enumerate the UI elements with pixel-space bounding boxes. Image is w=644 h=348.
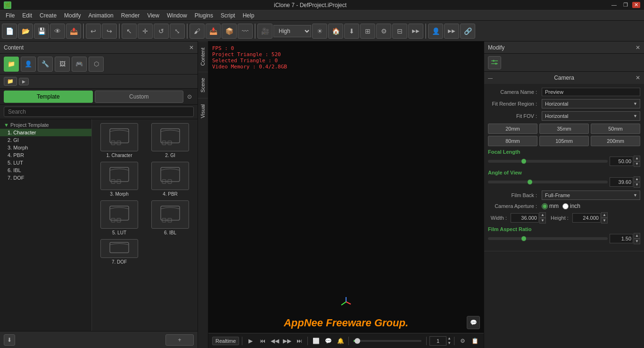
content-icon-shape[interactable]: ⬡ bbox=[89, 57, 104, 72]
menu-render[interactable]: Render bbox=[117, 11, 143, 20]
viewport[interactable]: FPS : 0 Project Triangle : 520 Selected … bbox=[208, 41, 484, 348]
menu-window[interactable]: Window bbox=[163, 11, 191, 20]
focal-down[interactable]: ▼ bbox=[634, 161, 640, 167]
more2-button[interactable]: ▶▶ bbox=[444, 24, 459, 39]
rotate-button[interactable]: ↺ bbox=[154, 24, 169, 39]
height-input[interactable] bbox=[572, 213, 601, 223]
aperture-mm-option[interactable]: mm bbox=[542, 203, 559, 209]
menu-file[interactable]: File bbox=[2, 11, 18, 20]
search-input[interactable] bbox=[4, 107, 194, 117]
realtime-button[interactable]: Realtime bbox=[212, 337, 239, 345]
grid-item-character[interactable]: 1. Character bbox=[96, 123, 143, 158]
camera-name-input[interactable] bbox=[542, 88, 640, 96]
paint-button[interactable]: 🖌 bbox=[190, 24, 205, 39]
menu-plugins[interactable]: Plugins bbox=[191, 11, 217, 20]
fl-80mm[interactable]: 80mm bbox=[488, 136, 537, 146]
close-button[interactable]: ✕ bbox=[632, 2, 640, 8]
layout-button[interactable]: ⊟ bbox=[392, 24, 407, 39]
grid-item-lut[interactable]: 5. LUT bbox=[96, 200, 143, 235]
menu-animation[interactable]: Animation bbox=[84, 11, 117, 20]
menu-edit[interactable]: Edit bbox=[18, 11, 36, 20]
camera-view-button[interactable]: 🎥 bbox=[257, 24, 272, 39]
aov-slider[interactable] bbox=[488, 181, 608, 183]
content-icon-folder[interactable]: 📁 bbox=[4, 57, 19, 72]
nav-forward-button[interactable]: ▶ bbox=[19, 78, 29, 85]
prev-frame-button[interactable]: ◀◀ bbox=[270, 336, 280, 346]
grid-item-gi[interactable]: 2. GI bbox=[147, 123, 194, 158]
focal-length-thumb[interactable] bbox=[521, 158, 527, 164]
width-up[interactable]: ▲ bbox=[539, 212, 546, 218]
menu-script[interactable]: Script bbox=[217, 11, 239, 20]
content-icon-particle[interactable]: 🎮 bbox=[72, 57, 87, 72]
film-aspect-thumb[interactable] bbox=[521, 236, 527, 241]
focal-length-slider[interactable] bbox=[488, 160, 608, 163]
send-button[interactable]: 📦 bbox=[222, 24, 237, 39]
camera-section-header[interactable]: — Camera ✕ bbox=[484, 72, 644, 84]
aov-thumb[interactable] bbox=[527, 179, 533, 185]
comment-button[interactable]: 💬 bbox=[467, 316, 480, 329]
frame-down[interactable]: ▼ bbox=[447, 341, 451, 346]
collect-button[interactable]: 📥 bbox=[206, 24, 221, 39]
aov-value[interactable] bbox=[610, 177, 633, 187]
minimize-button[interactable]: — bbox=[609, 2, 619, 8]
tabs-options-button[interactable]: ⊙ bbox=[185, 93, 194, 100]
redo-button[interactable]: ↪ bbox=[102, 24, 117, 39]
next-frame-button[interactable]: ▶▶ bbox=[282, 336, 292, 346]
focal-length-value[interactable] bbox=[610, 157, 633, 166]
play-button[interactable]: ▶ bbox=[245, 336, 256, 346]
aperture-mm-radio[interactable] bbox=[542, 203, 548, 209]
fl-50mm[interactable]: 50mm bbox=[591, 124, 640, 134]
menu-help[interactable]: Help bbox=[239, 11, 258, 20]
transform-button[interactable]: ⊞ bbox=[360, 24, 375, 39]
film-back-select[interactable]: Full-Frame APS-C Micro 4/3 bbox=[542, 191, 640, 200]
note-button[interactable]: 📋 bbox=[470, 336, 480, 346]
char-icon-button[interactable]: 👤 bbox=[428, 24, 443, 39]
scale-button[interactable]: ⤡ bbox=[170, 24, 185, 39]
wave-button[interactable]: 〰 bbox=[238, 24, 253, 39]
grid-item-dof[interactable]: 7. DOF bbox=[96, 239, 143, 265]
tab-template[interactable]: Template bbox=[4, 91, 93, 103]
side-tab-scene[interactable]: Scene bbox=[198, 72, 208, 98]
menu-modify[interactable]: Modify bbox=[60, 11, 84, 20]
content-icon-actor[interactable]: 👤 bbox=[21, 57, 36, 72]
to-start-button[interactable]: ⏮ bbox=[257, 336, 268, 346]
grid-item-pbr[interactable]: 4. PBR bbox=[147, 162, 194, 197]
progress-handle[interactable] bbox=[355, 338, 360, 344]
nav-back-button[interactable]: 📁 bbox=[4, 77, 17, 86]
focal-up[interactable]: ▲ bbox=[634, 156, 640, 161]
menu-view[interactable]: View bbox=[143, 11, 163, 20]
fit-fov-select[interactable]: Horizontal Vertical bbox=[542, 111, 640, 121]
frame-spinner[interactable]: ▲ ▼ bbox=[447, 336, 451, 346]
fl-200mm[interactable]: 200mm bbox=[591, 136, 640, 146]
loop-button[interactable]: ⬜ bbox=[311, 336, 321, 346]
sound-button[interactable]: 🔔 bbox=[335, 336, 346, 346]
modify-icon-sliders[interactable] bbox=[488, 56, 501, 69]
export-button[interactable]: 📤 bbox=[66, 24, 81, 39]
tree-item-pbr[interactable]: 4. PBR bbox=[0, 151, 91, 159]
frame-input[interactable] bbox=[429, 336, 446, 346]
maximize-button[interactable]: ❐ bbox=[621, 2, 630, 8]
sun-button[interactable]: ☀ bbox=[312, 24, 327, 39]
tree-item-lut[interactable]: 5. LUT bbox=[0, 159, 91, 166]
aperture-inch-radio[interactable] bbox=[562, 203, 569, 209]
tree-item-ibl[interactable]: 6. IBL bbox=[0, 166, 91, 174]
link-button[interactable]: 🔗 bbox=[460, 24, 475, 39]
tree-item-morph[interactable]: 3. Morph bbox=[0, 144, 91, 151]
to-end-button[interactable]: ⏭ bbox=[294, 336, 305, 346]
camera-section-close[interactable]: ✕ bbox=[636, 75, 640, 81]
film-aspect-down[interactable]: ▼ bbox=[634, 239, 640, 244]
height-up[interactable]: ▲ bbox=[601, 212, 608, 218]
undo-button[interactable]: ↩ bbox=[86, 24, 101, 39]
tree-item-character[interactable]: 1. Character bbox=[0, 129, 91, 136]
film-aspect-value[interactable] bbox=[610, 234, 633, 243]
content-bottom-down[interactable]: ⬇ bbox=[4, 334, 15, 346]
width-down[interactable]: ▼ bbox=[539, 218, 546, 224]
content-icon-motion[interactable]: 🔧 bbox=[38, 57, 53, 72]
save-button[interactable]: 💾 bbox=[34, 24, 49, 39]
tab-custom[interactable]: Custom bbox=[95, 91, 184, 103]
aov-up[interactable]: ▲ bbox=[634, 176, 640, 182]
fl-105mm[interactable]: 105mm bbox=[539, 136, 589, 146]
side-tab-content[interactable]: Content bbox=[198, 41, 208, 72]
more-button[interactable]: ▶▶ bbox=[408, 24, 423, 39]
content-icon-scene[interactable]: 🖼 bbox=[55, 57, 70, 72]
